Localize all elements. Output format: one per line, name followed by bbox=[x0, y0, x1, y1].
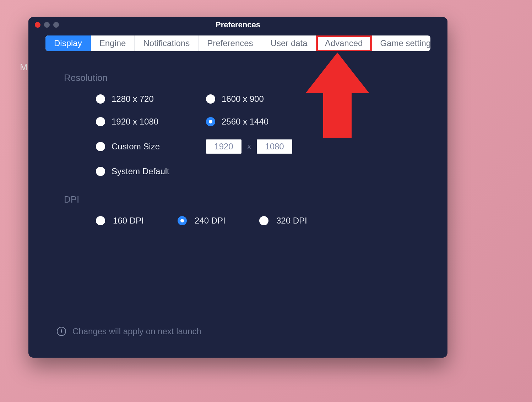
tab-game-settings[interactable]: Game settings bbox=[371, 35, 430, 51]
background-character: M bbox=[20, 62, 28, 73]
radio-label: 160 DPI bbox=[113, 216, 144, 226]
close-button[interactable] bbox=[35, 22, 40, 28]
dimension-separator: x bbox=[247, 142, 251, 151]
radio-label: Custom Size bbox=[112, 142, 160, 152]
tab-preferences[interactable]: Preferences bbox=[199, 35, 262, 51]
window-title: Preferences bbox=[28, 20, 447, 29]
radio-1600x900[interactable] bbox=[206, 94, 215, 104]
radio-160-dpi[interactable] bbox=[96, 216, 105, 225]
tab-engine[interactable]: Engine bbox=[91, 35, 135, 51]
dpi-option-240[interactable]: 240 DPI bbox=[178, 216, 259, 226]
window-controls bbox=[35, 22, 59, 28]
radio-custom-size[interactable] bbox=[96, 142, 105, 151]
radio-label: 1600 x 900 bbox=[222, 94, 264, 104]
resolution-option-1280x720[interactable]: 1280 x 720 bbox=[96, 94, 206, 104]
radio-320-dpi[interactable] bbox=[259, 216, 268, 225]
radio-label: 1280 x 720 bbox=[112, 94, 154, 104]
radio-system-default[interactable] bbox=[96, 167, 105, 176]
maximize-button[interactable] bbox=[53, 22, 59, 28]
minimize-button[interactable] bbox=[44, 22, 50, 28]
radio-label: 320 DPI bbox=[276, 216, 307, 226]
window-titlebar: Preferences bbox=[28, 17, 447, 33]
custom-height-input[interactable] bbox=[257, 139, 292, 154]
tab-notifications[interactable]: Notifications bbox=[135, 35, 199, 51]
tab-bar: Display Engine Notifications Preferences… bbox=[45, 35, 430, 51]
radio-1920x1080[interactable] bbox=[96, 117, 105, 126]
dpi-option-320[interactable]: 320 DPI bbox=[259, 216, 341, 226]
custom-size-inputs: x bbox=[206, 139, 292, 154]
resolution-option-system-default[interactable]: System Default bbox=[96, 166, 206, 176]
custom-width-input[interactable] bbox=[206, 139, 241, 154]
resolution-option-1600x900[interactable]: 1600 x 900 bbox=[206, 94, 316, 104]
resolution-option-custom[interactable]: Custom Size bbox=[96, 142, 206, 152]
radio-240-dpi[interactable] bbox=[178, 216, 187, 225]
dpi-section-title: DPI bbox=[64, 194, 412, 205]
dpi-option-160[interactable]: 160 DPI bbox=[96, 216, 178, 226]
annotation-arrow-icon bbox=[302, 53, 373, 141]
radio-label: 1920 x 1080 bbox=[112, 117, 158, 127]
resolution-option-2560x1440[interactable]: 2560 x 1440 bbox=[206, 117, 316, 127]
preferences-window: Preferences Display Engine Notifications… bbox=[28, 17, 447, 358]
tab-advanced[interactable]: Advanced bbox=[316, 35, 372, 51]
radio-label: 240 DPI bbox=[195, 216, 226, 226]
tab-display[interactable]: Display bbox=[45, 35, 91, 51]
radio-1280x720[interactable] bbox=[96, 94, 105, 104]
radio-2560x1440[interactable] bbox=[206, 117, 215, 126]
radio-label: 2560 x 1440 bbox=[222, 117, 268, 127]
footer-note: i Changes will apply on next launch bbox=[57, 326, 201, 336]
radio-label: System Default bbox=[112, 166, 169, 176]
dpi-options: 160 DPI 240 DPI 320 DPI bbox=[96, 216, 412, 226]
content-area: Resolution 1280 x 720 1600 x 900 1920 x … bbox=[28, 51, 447, 226]
info-icon: i bbox=[57, 327, 66, 336]
footer-note-text: Changes will apply on next launch bbox=[72, 326, 201, 336]
tab-user-data[interactable]: User data bbox=[262, 35, 316, 51]
resolution-option-1920x1080[interactable]: 1920 x 1080 bbox=[96, 117, 206, 127]
